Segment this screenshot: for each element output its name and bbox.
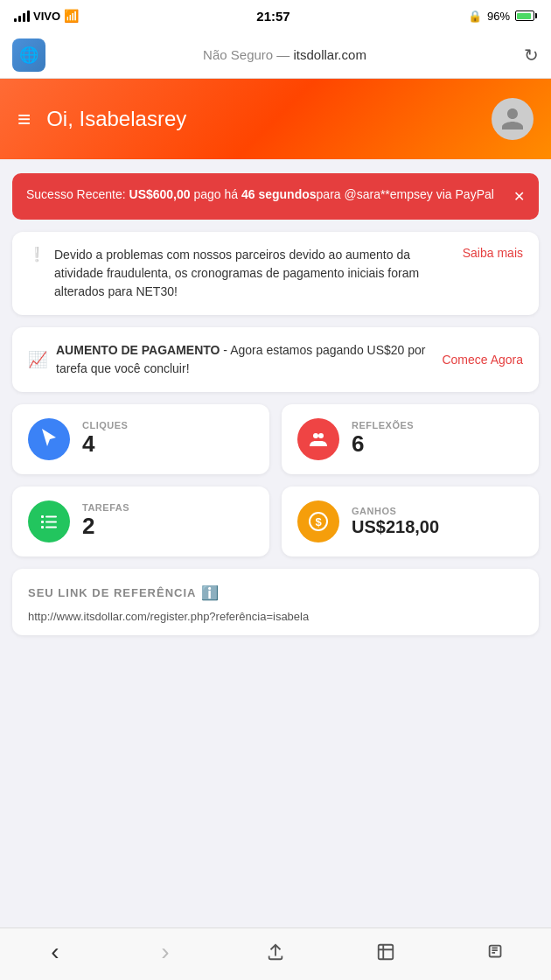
- cliques-icon: [28, 418, 70, 460]
- battery-percent: 96%: [487, 10, 510, 23]
- svg-text:$: $: [315, 515, 322, 528]
- payment-card-text: AUMENTO DE PAGAMENTO - Agora estamos pag…: [56, 341, 433, 378]
- ganhos-value: US$218,00: [352, 516, 439, 537]
- svg-point-0: [313, 433, 318, 438]
- cursor-icon: [38, 429, 59, 450]
- svg-rect-3: [45, 516, 57, 518]
- cliques-label: CLIQUES: [82, 420, 128, 430]
- cliques-value: 4: [82, 430, 94, 458]
- alert-middle: pago há: [191, 187, 241, 201]
- not-secure-text: Não Seguro —: [203, 47, 289, 62]
- app-header: ≡ Oi, Isabelasrey: [0, 79, 551, 159]
- signal-bars: [14, 10, 30, 22]
- bottom-nav: ‹ ›: [0, 928, 551, 980]
- avatar[interactable]: [492, 98, 534, 140]
- wifi-icon: 📶: [64, 9, 79, 23]
- tarefas-value: 2: [82, 513, 94, 540]
- cliques-info: CLIQUES 4: [82, 420, 128, 458]
- browser-address[interactable]: Não Seguro — itsdollar.com: [54, 47, 515, 62]
- share-button[interactable]: [254, 935, 297, 969]
- info-card-text: Devido a problemas com nossos parceiros …: [54, 246, 454, 301]
- status-time: 21:57: [256, 9, 289, 24]
- info-icon: ℹ️: [201, 584, 220, 601]
- exclamation-icon: ❕: [28, 246, 45, 262]
- reflexoes-value: 6: [352, 430, 364, 458]
- svg-rect-4: [41, 521, 44, 523]
- main-content: Sucesso Recente: US$600,00 pago há 46 se…: [0, 159, 551, 649]
- close-icon[interactable]: ✕: [513, 186, 525, 207]
- reference-card: SEU LINK DE REFERÊNCIA ℹ️ http://www.its…: [12, 569, 539, 635]
- share-icon: [266, 942, 285, 962]
- ganhos-icon: $: [297, 500, 339, 542]
- svg-rect-6: [41, 526, 44, 528]
- domain-text: itsdollar.com: [289, 47, 366, 62]
- stat-card-reflexoes: REFLEXÕES 6: [282, 404, 539, 474]
- saiba-mais-link[interactable]: Saiba mais: [463, 246, 523, 260]
- browser-bar: 🌐 Não Seguro — itsdollar.com ↻: [0, 32, 551, 79]
- alert-text: Sucesso Recente: US$600,00 pago há 46 se…: [26, 186, 505, 204]
- bookmark-button[interactable]: [364, 935, 408, 969]
- tarefas-icon: [28, 500, 70, 542]
- refresh-icon[interactable]: ↻: [524, 45, 539, 66]
- alert-suffix: para @sara**empsey via PayPal: [317, 187, 494, 201]
- ganhos-info: GANHOS US$218,00: [352, 506, 439, 537]
- reflexoes-label: REFLEXÕES: [352, 420, 414, 430]
- svg-rect-2: [41, 515, 44, 518]
- reference-title-text: SEU LINK DE REFERÊNCIA: [28, 586, 196, 599]
- group-icon: [308, 429, 329, 450]
- reference-link-text[interactable]: http://www.itsdollar.com/register.php?re…: [28, 610, 523, 623]
- ganhos-label: GANHOS: [352, 506, 396, 516]
- reflexoes-icon: [297, 418, 339, 460]
- hamburger-icon[interactable]: ≡: [17, 106, 31, 133]
- carrier-name: VIVO: [33, 10, 60, 23]
- back-button[interactable]: ‹: [33, 935, 77, 969]
- reflexoes-info: REFLEXÕES 6: [352, 420, 414, 458]
- payment-bold-text: AUMENTO DE PAGAMENTO: [56, 343, 220, 357]
- stat-card-cliques: CLIQUES 4: [12, 404, 269, 474]
- alert-prefix: Sucesso Recente:: [26, 187, 129, 201]
- svg-point-1: [318, 433, 324, 438]
- chart-icon: 📈: [28, 350, 47, 369]
- svg-rect-10: [379, 944, 394, 959]
- tabs-icon: [486, 942, 506, 962]
- stats-grid: CLIQUES 4 REFLEXÕES 6: [12, 404, 539, 556]
- info-card: ❕ Devido a problemas com nossos parceiro…: [12, 232, 539, 315]
- status-right: 🔒 96%: [468, 10, 537, 23]
- translate-icon[interactable]: 🌐: [12, 38, 45, 72]
- svg-rect-7: [45, 527, 57, 528]
- payment-card: 📈 AUMENTO DE PAGAMENTO - Agora estamos p…: [12, 327, 539, 392]
- tabs-button[interactable]: [474, 935, 518, 969]
- svg-rect-5: [45, 522, 57, 523]
- tarefas-label: TAREFAS: [82, 502, 129, 513]
- dollar-icon: $: [308, 511, 329, 532]
- list-icon: [38, 511, 59, 532]
- tarefas-info: TAREFAS 2: [82, 502, 129, 540]
- lock-icon: 🔒: [468, 10, 482, 23]
- alert-amount: US$600,00: [129, 187, 191, 201]
- book-icon: [376, 942, 395, 962]
- status-bar: VIVO 📶 21:57 🔒 96%: [0, 0, 551, 32]
- battery-icon: [515, 10, 537, 21]
- alert-time: 46 segundos: [241, 187, 317, 201]
- status-left: VIVO 📶: [14, 9, 79, 23]
- forward-button[interactable]: ›: [143, 935, 187, 969]
- reference-title: SEU LINK DE REFERÊNCIA ℹ️: [28, 584, 523, 601]
- header-greeting: Oi, Isabelasrey: [46, 107, 492, 131]
- stat-card-ganhos: $ GANHOS US$218,00: [282, 486, 539, 556]
- alert-banner: Sucesso Recente: US$600,00 pago há 46 se…: [12, 173, 539, 220]
- comece-agora-link[interactable]: Comece Agora: [442, 353, 523, 367]
- stat-card-tarefas: TAREFAS 2: [12, 486, 269, 556]
- avatar-icon: [499, 106, 526, 132]
